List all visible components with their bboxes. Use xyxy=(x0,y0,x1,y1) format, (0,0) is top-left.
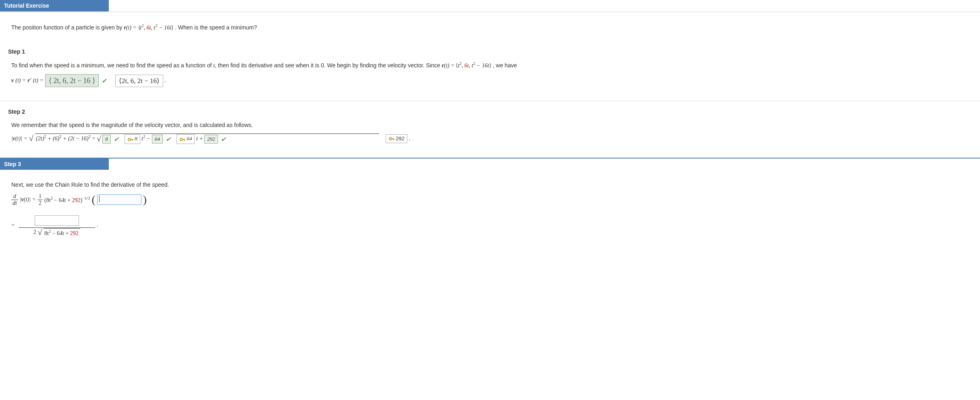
step1-text: To find when the speed is a minimum, we … xyxy=(11,60,969,70)
v-of-t: (t) = xyxy=(15,77,26,84)
step2-section: Step 2 We remember that the speed is the… xyxy=(0,101,980,157)
header-row: Tutorial Exercise xyxy=(0,0,980,12)
step3-eq2-eq: = xyxy=(11,222,15,229)
one-half: 1 2 xyxy=(37,193,43,206)
comp2: 6t xyxy=(147,25,151,31)
step3-denom-radicand: 8t2 − 64t + 292 xyxy=(44,228,80,237)
svg-point-0 xyxy=(128,138,131,141)
step1-text-a: To find when the speed is a minimum, we … xyxy=(11,62,213,69)
step3-text: Next, we use the Chain Rule to find the … xyxy=(11,180,969,189)
step2-period: . xyxy=(409,135,411,142)
step2-equation: |v(t)| = √ (2t)2 + (6)2 + (2t − 16)2 = √… xyxy=(11,133,969,144)
rprime-of-t: (t) = xyxy=(33,77,44,84)
d-dt: d dt xyxy=(11,193,18,206)
r-of-t: (t) = xyxy=(126,25,138,31)
step3-poly: (8t2 − 64t + 292)−1/2 xyxy=(44,196,90,204)
step2-box-a[interactable]: 8 xyxy=(102,135,111,144)
step2-key-a: 8 xyxy=(125,134,140,144)
check-icon: ✔ xyxy=(221,136,226,143)
step2-box-c[interactable]: 292 xyxy=(204,135,218,144)
header-title: Tutorial Exercise xyxy=(4,2,49,9)
step3-input-b[interactable] xyxy=(35,215,79,226)
step2-title: Step 2 xyxy=(8,108,969,115)
radical-icon: √ xyxy=(38,228,42,237)
step3-header: Step 3 xyxy=(0,158,109,170)
step2-key-c: 292 xyxy=(386,134,407,144)
step3-title: Step 3 xyxy=(4,161,21,167)
step3-eq2: = 2 √ 8t2 − 64t + 292 . xyxy=(11,214,969,237)
step2-text: We remember that the speed is the magnit… xyxy=(11,121,969,129)
step2-radicand: (2t)2 + (6)2 + (2t − 16)2 = √ 8 ✔ 8 t2 −… xyxy=(35,133,379,144)
check-icon: ✔ xyxy=(102,77,107,85)
step1-period: . xyxy=(165,77,166,84)
step3-input-a[interactable] xyxy=(97,194,141,205)
prompt-text-a: The position function of a particle is g… xyxy=(11,24,124,31)
angle-close: ⟩ xyxy=(171,25,173,31)
step2-tsq: t2 − xyxy=(141,135,152,142)
big-lparen: ( xyxy=(92,193,96,206)
check-icon: ✔ xyxy=(166,136,171,143)
step1-answer-box[interactable]: ⟨ 2t, 6, 2t − 16 ⟩ xyxy=(45,74,99,87)
key-icon xyxy=(179,136,186,143)
step1-equation: v(t) = r'(t) = ⟨ 2t, 6, 2t − 16 ⟩ ✔ ⟨2t,… xyxy=(11,74,969,87)
radical-icon: √ xyxy=(29,134,33,143)
step2-t: t + xyxy=(196,135,204,142)
key-icon xyxy=(388,135,395,142)
step3-wrap: Step 3 Next, we use the Chain Rule to fi… xyxy=(0,158,980,251)
step1-tail: , we have xyxy=(493,62,517,69)
prompt-line: The position function of a particle is g… xyxy=(11,23,969,32)
step1-confirm-box: ⟨2t, 6, 2t − 16⟩ xyxy=(115,75,163,87)
key-icon xyxy=(127,136,134,143)
step3-section: Next, we use the Chain Rule to find the … xyxy=(0,170,980,251)
step3-period: . xyxy=(97,222,98,228)
tutorial-exercise-header: Tutorial Exercise xyxy=(0,0,109,12)
step3-eq1: d dt |v(t)| = 1 2 (8t2 − 64t + 292)−1/2 … xyxy=(11,193,969,206)
step1-r-t: (t) = xyxy=(444,62,456,69)
step2-box-b[interactable]: 64 xyxy=(152,135,163,144)
v-symbol: v xyxy=(11,77,14,84)
svg-point-2 xyxy=(389,138,392,140)
prompt-text-b: . When is the speed a minimum? xyxy=(175,24,257,31)
step3-mag: |v(t)| = xyxy=(20,196,36,203)
check-icon: ✔ xyxy=(114,136,119,143)
big-rparen: ) xyxy=(143,193,147,206)
comp3-tail: − 16t xyxy=(158,25,171,31)
step1-section: Step 1 To find when the speed is a minim… xyxy=(0,45,980,101)
step1-text-b: , then find its derivative and see when … xyxy=(215,62,442,69)
rprime-symbol: r' xyxy=(27,77,31,84)
svg-point-1 xyxy=(180,138,183,141)
step1-title: Step 1 xyxy=(8,48,969,55)
step2-lhs: |v(t)| = xyxy=(11,135,27,142)
exercise-prompt: The position function of a particle is g… xyxy=(0,12,980,45)
step2-key-b: 64 xyxy=(176,134,195,144)
step2-eq: = xyxy=(92,135,96,142)
step3-big-frac: 2 √ 8t2 − 64t + 292 xyxy=(19,214,95,237)
